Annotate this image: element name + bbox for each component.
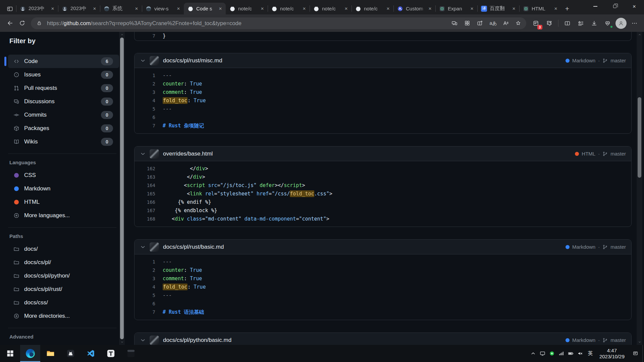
taskbar-clock[interactable]: 4:47 2023/10/29 [596,348,628,360]
read-aloud-button[interactable] [500,18,510,28]
code-line[interactable]: 164 <script src="/js/toc.js" defer></scr… [135,181,631,190]
ime-indicator[interactable]: 英 [585,345,596,362]
screenshot-extension-button[interactable]: 3 [530,18,541,29]
browser-tab-custom[interactable]: Custom✕ [393,3,435,14]
sidebar-item-discussions[interactable]: Discussions0 [8,95,119,108]
chevron-down-icon[interactable] [140,151,146,157]
chevron-down-icon[interactable] [140,337,146,343]
sidebar-item-code[interactable]: Code6 [8,55,119,68]
code-line[interactable]: 166 {% endif %} [135,198,631,206]
sidebar-item-docs[interactable]: docs/ [8,242,119,256]
code-line[interactable]: 165 <link rel="stylesheet" href="/css/fo… [135,190,631,198]
tab-close-icon[interactable]: ✕ [301,6,307,11]
browser-tab-note-c[interactable]: note/c✕ [310,3,352,14]
sidebar-item-issues[interactable]: Issues0 [8,68,119,81]
tab-close-icon[interactable]: ✕ [469,6,475,11]
sidebar-item-docs-cs-pl-python[interactable]: docs/cs/pl/python/ [8,269,119,283]
new-tab-button[interactable]: + [561,3,573,14]
code-line[interactable]: 6 [135,113,631,122]
start-button[interactable] [0,345,20,362]
browser-tab-note-c[interactable]: note/c✕ [226,3,268,14]
chevron-down-icon[interactable] [140,58,146,64]
browser-tab-系统[interactable]: 系统✕ [100,3,142,14]
tab-close-icon[interactable]: ✕ [50,6,56,11]
page-scrollbar-thumb[interactable] [638,97,641,178]
action-center-button[interactable] [628,345,642,362]
split-screen-button[interactable] [562,18,573,29]
sidebar-item-html[interactable]: HTML [8,195,119,209]
scroll-up-arrow[interactable] [637,32,642,37]
code-line[interactable]: 6 [135,300,631,308]
profile-button[interactable] [615,18,627,29]
code-line[interactable]: 2counter: True [135,80,631,88]
browser-tab-百度翻[interactable]: 译百度翻✕ [477,3,519,14]
sidebar-scrollbar-thumb[interactable] [120,38,124,339]
code-line[interactable]: 4fold_toc: True [135,97,631,105]
typora-button[interactable] [101,345,121,362]
code-line[interactable]: 1--- [135,258,631,266]
volume-button[interactable] [576,345,585,362]
sidebar-item-pull-requests[interactable]: Pull requests0 [8,81,119,95]
sidebar-item-docs-cs-pl[interactable]: docs/cs/pl/ [8,256,119,269]
code-line[interactable]: 2counter: True [135,266,631,275]
sidebar-item-css[interactable]: CSS [8,169,119,182]
code-line[interactable]: 3comment: True [135,275,631,283]
cat-app-button[interactable] [60,345,80,362]
browser-tab-expan[interactable]: Expan✕ [435,3,477,14]
vertical-tabs-button[interactable] [3,3,16,14]
scroll-down-arrow[interactable] [119,340,125,345]
network-button[interactable] [557,345,566,362]
restore-button[interactable] [605,0,625,13]
sidebar-item-docs-cs-pl-rust[interactable]: docs/cs/pl/rust/ [8,283,119,296]
code-line[interactable]: 7# Rust 杂项随记 [135,122,631,130]
browser-tab-note-c[interactable]: note/c✕ [268,3,310,14]
settings-more-button[interactable] [629,18,640,29]
minimize-button[interactable] [586,0,605,13]
vscode-button[interactable] [80,345,101,362]
downloads-button[interactable] [589,18,600,29]
tab-close-icon[interactable]: ✕ [553,6,559,11]
sidebar-item-docs-css[interactable]: docs/css/ [8,296,119,309]
tray-monitor-button[interactable] [538,345,547,362]
scroll-up-arrow[interactable] [119,32,125,37]
tab-close-icon[interactable]: ✕ [92,6,98,11]
extensions-button[interactable] [544,18,555,29]
tab-close-icon[interactable]: ✕ [343,6,349,11]
sidebar-item-commits[interactable]: Commits0 [8,108,119,122]
back-button[interactable] [4,17,16,29]
sidebar-item-markdown[interactable]: Markdown [8,182,119,195]
code-line[interactable]: 167 {% endblock %} [135,206,631,215]
browser-tab-code-s[interactable]: Code s✕ [184,3,226,14]
url-text[interactable]: https://github.com/search?q=repo%3ATonyC… [47,20,241,26]
file-path-link[interactable]: docs/cs/pl/rust/basic.md [163,244,224,250]
tab-close-icon[interactable]: ✕ [511,6,517,11]
file-path-link[interactable]: docs/cs/pl/rust/misc.md [163,57,222,64]
chevron-down-icon[interactable] [140,244,146,250]
lock-icon[interactable] [37,20,42,26]
sidebar-item-wikis[interactable]: Wikis0 [8,135,119,148]
sidebar-item-more-languages[interactable]: More languages... [8,209,119,222]
terminal-button[interactable] [121,345,141,362]
file-path-link[interactable]: overrides/base.html [163,150,213,157]
split-window-button[interactable] [475,18,485,28]
sidebar-item-packages[interactable]: Packages0 [8,122,119,135]
sidebar-scrollbar[interactable] [119,32,125,345]
battery-button[interactable] [566,345,576,362]
code-line[interactable]: 5--- [135,291,631,300]
code-line[interactable]: 7# Rust 语法基础 [135,308,631,316]
browser-tab-html[interactable]: HTML✕ [519,3,561,14]
code-line[interactable]: 3comment: True [135,88,631,97]
tab-close-icon[interactable]: ✕ [259,6,265,11]
browser-tab-view-s[interactable]: view-s✕ [142,3,184,14]
send-to-devices-button[interactable] [449,18,459,28]
edge-taskbar-button[interactable] [20,345,40,362]
code-line[interactable]: 7} [135,32,631,40]
file-explorer-button[interactable] [40,345,60,362]
tab-close-icon[interactable]: ✕ [133,6,140,11]
tab-close-icon[interactable]: ✕ [175,6,181,11]
code-line[interactable]: 1--- [135,71,631,80]
code-line[interactable]: 162 </div> [135,165,631,173]
translate-button[interactable]: aあ [488,18,497,28]
code-line[interactable]: 168 <div class="md-content" data-md-comp… [135,215,631,223]
favorite-star-button[interactable] [513,18,523,28]
